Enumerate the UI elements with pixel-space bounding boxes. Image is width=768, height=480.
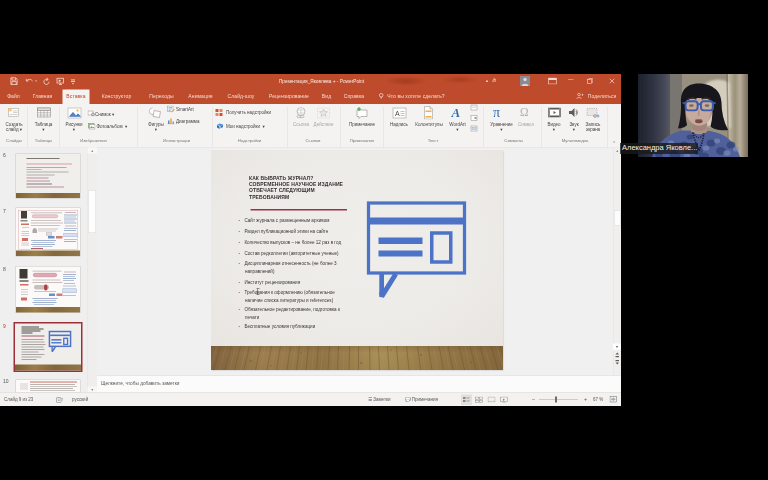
svg-text:A: A <box>395 110 400 117</box>
